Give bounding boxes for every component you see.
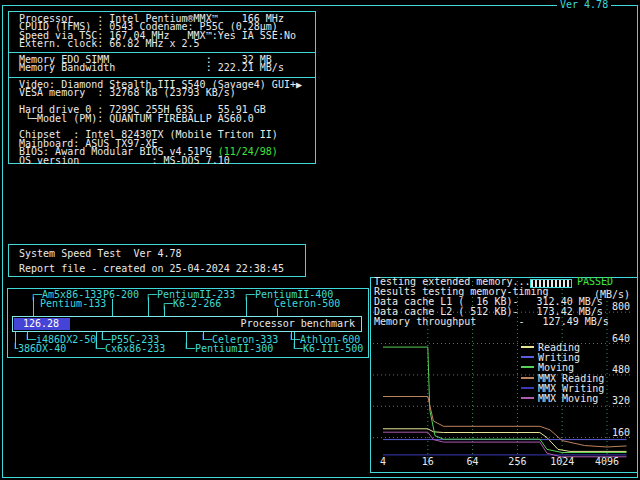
memory-test-status: Testing extended memory... xyxy=(374,278,531,286)
y-tick-label: 480 xyxy=(612,364,630,375)
connector-line xyxy=(33,297,34,317)
benchmark-ref-label: └386DX-40 xyxy=(12,345,66,353)
x-tick-label: 256 xyxy=(508,456,526,467)
drive-model-line: └─Model (PM): QUANTUM FIREBALLP AS60.0 xyxy=(19,115,315,123)
x-tick-label: 64 xyxy=(467,456,479,467)
speedsys-screen: Ver 4.78 Processor : Intel Pentium®MMX™ … xyxy=(0,0,640,480)
l2-cache-result: Data cache L2 ( 512 KB)- 173.42 MB/s xyxy=(374,308,603,316)
benchmark-score-bar: 126.28 Processor benchmark xyxy=(12,316,362,332)
benchmark-ref-label: Pentium-133 xyxy=(40,300,106,308)
connector-line xyxy=(15,331,16,348)
benchmark-ref-label: └─PentiumII-300 xyxy=(183,345,273,353)
os-version-line: OS version : MS-DOS 7.10 xyxy=(19,157,315,165)
extern-clock-line: Extern. clock: 66.82 MHz x 2.5 xyxy=(19,40,315,48)
memory-info-box: Memory EDO SIMM : 32 MB Memory Bandwidth… xyxy=(8,52,316,78)
connector-line xyxy=(203,331,204,339)
connector-line xyxy=(291,331,292,339)
connector-line xyxy=(112,299,113,317)
x-tick-label: 16 xyxy=(422,456,434,467)
y-tick-label: 320 xyxy=(612,395,630,406)
series-mmx-moving xyxy=(383,432,627,457)
x-tick-label: 4096 xyxy=(595,456,619,467)
benchmark-ref-label: └─K6-III-500 xyxy=(291,345,363,353)
results-title: Results testing memory-timing xyxy=(374,288,549,296)
memory-throughput-result: Memory throughput - 127.49 MB/s xyxy=(374,318,609,326)
connector-line xyxy=(186,331,187,348)
l1-cache-result: Data cache L1 ( 16 KB)- 312.40 MB/s xyxy=(374,298,603,306)
benchmark-score-value: 126.28 xyxy=(23,320,59,328)
legend-label: MMX Moving xyxy=(538,393,598,404)
y-tick-label: 800 xyxy=(612,301,630,312)
benchmark-ref-label: P6-200 xyxy=(103,291,139,299)
benchmark-ref-label: └─Cx6x86-233 xyxy=(93,345,165,353)
connector-line xyxy=(148,297,149,317)
passed-badge: PASSED xyxy=(577,278,613,286)
benchmark-ref-label: Celeron-500 xyxy=(274,300,340,308)
x-tick-label: 1024 xyxy=(550,456,574,467)
connector-line xyxy=(102,331,103,339)
legend-label: Moving xyxy=(538,362,574,373)
connector-line xyxy=(294,331,295,348)
memory-bandwidth-line: Memory Bandwidth : 222.21 MB/s xyxy=(19,64,315,72)
connector-line xyxy=(246,297,247,317)
connector-line xyxy=(27,331,28,339)
benchmark-title: Processor benchmark xyxy=(241,320,355,328)
report-box: System Speed Test Ver 4.78 Report file -… xyxy=(8,244,306,277)
version-label: Ver 4.78 xyxy=(557,1,611,9)
vesa-memory-line: VESA memory : 32768 KB (23793 KB/s) xyxy=(19,89,315,97)
x-tick-label: 4 xyxy=(380,456,386,467)
report-title: System Speed Test Ver 4.78 xyxy=(19,250,182,258)
report-file-line: Report file - created on 25-04-2024 22:3… xyxy=(19,265,284,273)
y-tick-label: 160 xyxy=(612,427,630,438)
processor-info-box: Processor : Intel Pentium®MMX™ 166 MHz C… xyxy=(8,11,316,53)
benchmark-ref-label: ┌─K6-2-266 xyxy=(161,300,221,308)
system-details-box: Video: Diamond Stealth III S540 (Savage4… xyxy=(8,77,316,164)
y-tick-label: 640 xyxy=(612,333,630,344)
connector-line xyxy=(96,331,97,348)
